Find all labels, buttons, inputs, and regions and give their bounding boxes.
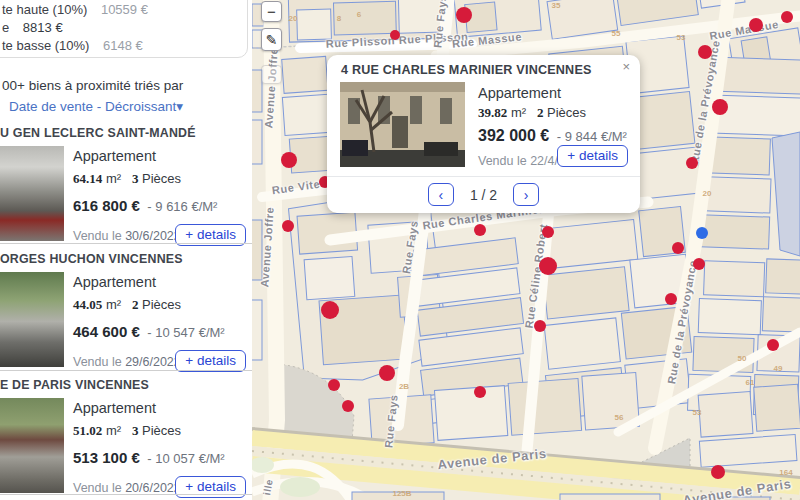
listing-thumbnail	[0, 398, 64, 493]
chevron-down-icon: ▾	[176, 99, 183, 114]
close-icon[interactable]: ×	[622, 59, 630, 74]
details-button[interactable]: + details	[557, 145, 628, 167]
ghost-control-button[interactable]	[261, 65, 282, 84]
map-marker[interactable]	[693, 258, 705, 270]
listing-thumbnail	[0, 272, 64, 367]
map-marker[interactable]	[672, 242, 684, 254]
map-popup: 4 RUE CHARLES MARINIER VINCENNES ×	[327, 55, 640, 213]
list-divider	[0, 494, 252, 495]
popup-photo	[340, 82, 465, 167]
popup-pagination: ‹ 1 / 2 ›	[327, 183, 640, 206]
sort-dropdown[interactable]: Date de vente - Décroissant▾	[9, 98, 183, 114]
list-divider	[0, 370, 252, 371]
map-marker[interactable]	[665, 293, 677, 305]
map-marker[interactable]	[282, 220, 294, 232]
estimate-low: te basse (10%) 6148 €	[2, 38, 143, 53]
chevron-right-icon: ›	[524, 187, 529, 203]
pencil-icon: ✎	[266, 32, 278, 48]
map-marker[interactable]	[767, 339, 779, 351]
map-marker[interactable]	[474, 224, 486, 236]
map-marker[interactable]	[712, 99, 728, 115]
estimate-high: te haute (10%) 10559 €	[2, 2, 148, 17]
popup-property-type: Appartement	[478, 85, 561, 101]
app-window: Rue Plisson Rue PlissonRue MassueRue Mas…	[0, 0, 800, 500]
draw-pencil-button[interactable]: ✎	[261, 28, 282, 51]
map-marker-selected[interactable]	[696, 227, 708, 239]
map-marker[interactable]	[686, 157, 698, 169]
details-button[interactable]: + details	[175, 350, 246, 372]
map-marker[interactable]	[749, 18, 763, 32]
zoom-out-button[interactable]: −	[261, 1, 282, 22]
map-marker[interactable]	[328, 379, 340, 391]
list-divider	[0, 243, 252, 244]
estimate-mid: e 8813 €	[2, 20, 63, 35]
map-marker[interactable]	[542, 226, 554, 238]
map-marker[interactable]	[321, 301, 339, 319]
popup-area-rooms: 39.82 m² 2 Pièces	[478, 105, 586, 121]
listing-thumbnail	[0, 146, 64, 241]
map-marker[interactable]	[456, 7, 472, 23]
map-marker[interactable]	[390, 30, 400, 40]
next-page-button[interactable]: ›	[513, 183, 539, 206]
popup-title: 4 RUE CHARLES MARINIER VINCENNES	[341, 63, 613, 77]
map-marker[interactable]	[698, 45, 712, 59]
map-marker[interactable]	[539, 257, 557, 275]
map-marker[interactable]	[711, 465, 725, 479]
map-marker[interactable]	[474, 386, 486, 398]
page-indicator: 1 / 2	[470, 187, 497, 203]
listing-card[interactable]: E DE PARIS VINCENNES Appartement 51.02 m…	[0, 378, 252, 496]
popup-price: 392 000 € - 9 844 €/M²	[478, 127, 627, 145]
map-marker[interactable]	[342, 400, 354, 412]
map-marker[interactable]	[379, 365, 395, 381]
listing-card[interactable]: ORGES HUCHON VINCENNES Appartement 44.05…	[0, 252, 252, 370]
popup-divider	[327, 176, 640, 177]
chevron-left-icon: ‹	[439, 187, 444, 203]
map-marker[interactable]	[534, 320, 546, 332]
map-marker[interactable]	[281, 152, 297, 168]
results-sidebar: te haute (10%) 10559 € e 8813 € te basse…	[0, 0, 252, 500]
prev-page-button[interactable]: ‹	[428, 183, 454, 206]
results-count: 00+ biens à proximité triés par	[2, 78, 183, 93]
map-marker[interactable]	[781, 11, 793, 23]
listing-card[interactable]: U GEN LECLERC SAINT-MANDÉ Appartement 64…	[0, 126, 252, 244]
